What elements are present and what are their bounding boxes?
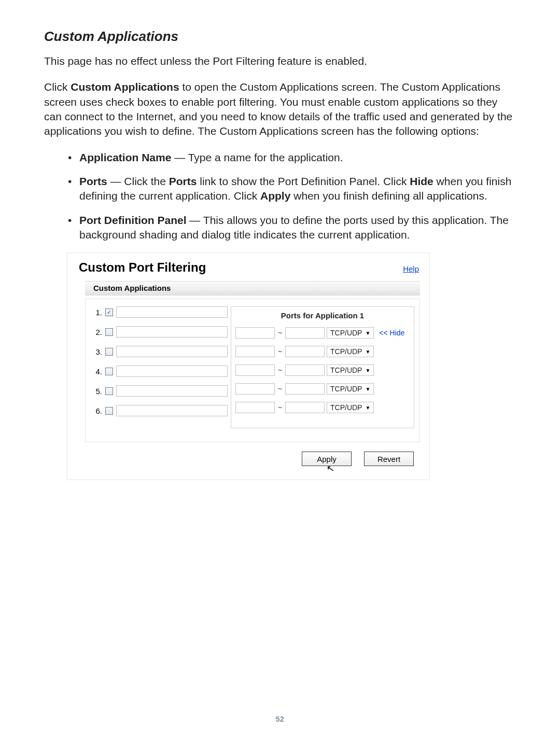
- para2-bold: Custom Applications: [71, 81, 179, 93]
- para2-prefix: Click: [44, 81, 71, 93]
- port-range-end-input[interactable]: [285, 346, 325, 357]
- application-enable-checkbox[interactable]: [105, 387, 113, 395]
- bullet1-bold: Application Name: [79, 151, 171, 163]
- port-definition-column: Ports for Application 1 ~TCP/UDP▼<< Hide…: [231, 306, 414, 428]
- application-name-input[interactable]: [116, 326, 228, 338]
- bullet2-bold3: Hide: [410, 175, 433, 187]
- port-range-separator: ~: [277, 366, 283, 374]
- port-row: ~TCP/UDP▼: [234, 364, 411, 376]
- application-row-number: 4.: [93, 367, 102, 376]
- chevron-down-icon: ▼: [365, 405, 370, 411]
- panel-title: Custom Port Filtering: [79, 260, 206, 275]
- bullet2-bold4: Apply: [260, 190, 290, 202]
- application-row: 6.: [93, 405, 228, 416]
- chevron-down-icon: ▼: [365, 330, 370, 336]
- protocol-select-value: TCP/UDP: [330, 329, 362, 337]
- port-range-separator: ~: [277, 347, 283, 356]
- bullet-ports: Ports — Click the Ports link to show the…: [79, 174, 513, 204]
- application-name-input[interactable]: [116, 306, 228, 318]
- application-enable-checkbox[interactable]: [105, 348, 113, 356]
- application-row: 4.: [93, 366, 228, 377]
- applications-box: 1.✓2.3.4.5.6. Ports for Application 1 ~T…: [85, 299, 420, 442]
- button-row: Apply ↖ Revert: [78, 452, 414, 466]
- description-paragraph: Click Custom Applications to open the Cu…: [44, 80, 513, 138]
- application-name-input[interactable]: [116, 346, 228, 357]
- help-link[interactable]: Help: [403, 264, 419, 273]
- revert-button[interactable]: Revert: [364, 452, 414, 466]
- port-row: ~TCP/UDP▼: [234, 346, 411, 357]
- custom-applications-subheader: Custom Applications: [85, 281, 420, 296]
- application-name-input[interactable]: [116, 366, 228, 377]
- application-row: 1.✓: [93, 306, 228, 318]
- port-range-start-input[interactable]: [235, 327, 275, 339]
- protocol-select[interactable]: TCP/UDP▼: [327, 327, 374, 339]
- chevron-down-icon: ▼: [365, 368, 370, 373]
- application-enable-checkbox[interactable]: ✓: [105, 308, 113, 316]
- port-range-separator: ~: [277, 403, 283, 412]
- application-row-number: 2.: [93, 328, 102, 336]
- application-row-number: 3.: [93, 347, 102, 356]
- port-range-end-input[interactable]: [285, 327, 325, 339]
- page-number: 52: [0, 715, 560, 723]
- port-range-start-input[interactable]: [235, 346, 275, 357]
- port-row: ~TCP/UDP▼<< Hide: [234, 327, 411, 339]
- application-row-number: 5.: [93, 387, 102, 396]
- bullet1-rest: — Type a name for the application.: [171, 151, 343, 163]
- port-range-start-input[interactable]: [235, 364, 275, 376]
- bullet2-bold1: Ports: [79, 175, 107, 187]
- bullet-application-name: Application Name — Type a name for the a…: [79, 150, 513, 165]
- protocol-select[interactable]: TCP/UDP▼: [327, 402, 374, 413]
- intro-paragraph: This page has no effect unless the Port …: [44, 54, 513, 68]
- port-row: ~TCP/UDP▼: [234, 402, 411, 413]
- ports-panel-title: Ports for Application 1: [234, 311, 411, 320]
- application-row: 5.: [93, 385, 228, 397]
- application-name-input[interactable]: [116, 405, 228, 416]
- protocol-select[interactable]: TCP/UDP▼: [327, 364, 374, 376]
- application-name-input[interactable]: [116, 385, 228, 397]
- port-range-end-input[interactable]: [285, 383, 325, 395]
- bullet2-mid4: when you finish defining all application…: [290, 190, 487, 202]
- protocol-select-value: TCP/UDP: [330, 385, 362, 393]
- options-list: Application Name — Type a name for the a…: [44, 150, 513, 243]
- application-row-number: 6.: [93, 406, 102, 415]
- protocol-select-value: TCP/UDP: [330, 366, 362, 374]
- application-row: 2.: [93, 326, 228, 338]
- port-range-start-input[interactable]: [235, 383, 275, 395]
- bullet2-bold2: Ports: [169, 175, 197, 187]
- application-row-number: 1.: [93, 308, 102, 317]
- port-range-separator: ~: [277, 329, 283, 337]
- protocol-select[interactable]: TCP/UDP▼: [327, 346, 374, 357]
- section-title: Custom Applications: [44, 29, 513, 45]
- port-range-start-input[interactable]: [235, 402, 275, 413]
- port-rows-container: ~TCP/UDP▼<< Hide~TCP/UDP▼~TCP/UDP▼~TCP/U…: [234, 327, 411, 413]
- bullet3-bold: Port Definition Panel: [79, 214, 187, 226]
- apply-button[interactable]: Apply: [302, 452, 352, 466]
- port-range-separator: ~: [277, 385, 283, 393]
- custom-port-filtering-panel: Custom Port Filtering Help Custom Applic…: [67, 252, 430, 480]
- port-range-end-input[interactable]: [285, 402, 325, 413]
- protocol-select-value: TCP/UDP: [330, 403, 362, 412]
- port-row: ~TCP/UDP▼: [234, 383, 411, 395]
- application-enable-checkbox[interactable]: [105, 407, 113, 415]
- chevron-down-icon: ▼: [365, 386, 370, 392]
- bullet-port-definition-panel: Port Definition Panel — This allows you …: [79, 213, 513, 243]
- application-enable-checkbox[interactable]: [105, 328, 113, 336]
- protocol-select[interactable]: TCP/UDP▼: [327, 383, 374, 395]
- bullet2-mid2: link to show the Port Definition Panel. …: [197, 175, 410, 187]
- hide-ports-link[interactable]: << Hide: [379, 329, 404, 337]
- protocol-select-value: TCP/UDP: [330, 347, 362, 356]
- application-list-column: 1.✓2.3.4.5.6.: [93, 306, 228, 428]
- port-range-end-input[interactable]: [285, 364, 325, 376]
- application-row: 3.: [93, 346, 228, 357]
- application-enable-checkbox[interactable]: [105, 368, 113, 375]
- bullet2-mid1: — Click the: [107, 175, 169, 187]
- chevron-down-icon: ▼: [365, 349, 370, 355]
